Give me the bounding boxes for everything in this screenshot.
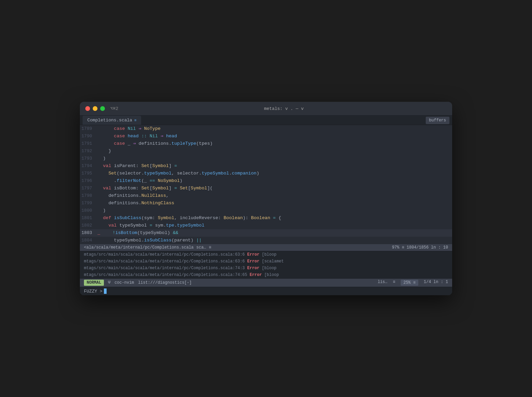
file-stats: 97% ≡ 1804/1856 ln : 10 — [392, 245, 448, 250]
code-line-1789: 1789 case Nil ⇒ NoType — [80, 125, 452, 133]
list-path: list:///diagnostics[-] — [138, 280, 192, 285]
code-line-1802: 1802 val typeSymbol = sym.tpe.typeSymbol — [80, 222, 452, 229]
code-line-1798: 1798 definitions.NullClass, — [80, 192, 452, 200]
plugin-name: coc-nvim — [114, 280, 134, 285]
fuzzy-cursor[interactable] — [104, 288, 107, 294]
code-line-1791: 1791 case _ ⇒ definitions.tupleType(tpes… — [80, 140, 452, 147]
diagnostics-panel: mtags/src/main/scala/scala/meta/internal… — [80, 251, 452, 278]
psi-icon: Ψ — [108, 280, 110, 285]
statusbar-file-icon: ≡ — [209, 245, 211, 250]
statusbar-bottom: NORMAL Ψ coc-nvim list:///diagnostics[-]… — [80, 278, 452, 287]
minimize-button[interactable] — [93, 106, 97, 111]
code-line-1796: 1796 .filterNot(_ == NoSymbol) — [80, 177, 452, 185]
percent-badge: 25% ≡ — [401, 280, 418, 286]
maximize-button[interactable] — [100, 106, 105, 111]
titlebar: ⌥⌘2 metals: v . — v — [80, 102, 452, 116]
diag-line-4: mtags/src/main/scala/scala/meta/internal… — [80, 272, 452, 278]
code-view: 1789 case Nil ⇒ NoType 1790 case head ::… — [80, 125, 452, 244]
editor-area: Completions.scala ≡ buffers 1789 case Ni… — [80, 116, 452, 295]
diag-path-1: mtags/src/main/scala/scala/meta/internal… — [84, 252, 247, 257]
diag-error-4: Error — [250, 273, 262, 277]
mode-badge: NORMAL — [84, 280, 104, 286]
diag-path-2: mtags/src/main/scala/scala/meta/internal… — [84, 259, 247, 264]
code-line-1793: 1793 ) — [80, 155, 452, 162]
code-line-1803: 1803 _ !isBottom(typeSymbol) && — [80, 229, 452, 237]
diag-error-1: Error — [247, 252, 259, 257]
code-line-1797: 1797 val isBottom: Set[Symbol] = Set[Sym… — [80, 185, 452, 192]
statusbar-file: <ala/scala/meta/internal/pc/Completions.… — [80, 244, 452, 251]
lis-label: lis… — [378, 280, 387, 286]
diag-path-4: mtags/src/main/scala/scala/meta/internal… — [84, 273, 250, 277]
code-line-1804: 1804 typeSymbol.isSubClass(parent) || — [80, 237, 452, 244]
fuzzy-bar: FUZZY > — [80, 287, 452, 295]
tab-icon: ≡ — [134, 118, 137, 122]
tab-bar: Completions.scala ≡ buffers — [80, 116, 452, 125]
diag-line-3: mtags/src/main/scala/scala/meta/internal… — [80, 265, 452, 272]
code-lines: 1789 case Nil ⇒ NoType 1790 case head ::… — [80, 125, 452, 244]
shortcut-label: ⌥⌘2 — [110, 106, 118, 111]
code-line-1794: 1794 val isParent: Set[Symbol] = — [80, 162, 452, 170]
file-path: <ala/scala/meta/internal/pc/Completions.… — [84, 245, 194, 250]
diag-path-3: mtags/src/main/scala/scala/meta/internal… — [84, 266, 247, 271]
diag-line-1: mtags/src/main/scala/scala/meta/internal… — [80, 251, 452, 258]
diag-error-2: Error — [247, 259, 259, 264]
statusbar-icon: ≡ — [393, 280, 395, 286]
tab-filename: Completions.scala — [87, 118, 132, 123]
code-line-1801: 1801 def isSubClass(sym: Symbol, include… — [80, 214, 452, 222]
buffers-button[interactable]: buffers — [426, 117, 449, 124]
statusbar-right: lis… ≡ 25% ≡ 1/4 ln : 1 — [378, 280, 448, 286]
main-window: ⌥⌘2 metals: v . — v Completions.scala ≡ … — [80, 102, 452, 295]
window-title: metals: v . — v — [121, 106, 447, 111]
fuzzy-label: FUZZY > — [84, 289, 103, 294]
position-info: 1/4 ln : 1 — [424, 280, 448, 286]
close-button[interactable] — [85, 106, 90, 111]
diag-line-2: mtags/src/main/scala/scala/meta/internal… — [80, 258, 452, 265]
tab-completions[interactable]: Completions.scala ≡ — [83, 116, 141, 125]
code-line-1800: 1800 ) — [80, 207, 452, 214]
code-line-1795: 1795 Set(selector.typeSymbol, selector.t… — [80, 170, 452, 177]
sca-label: sca… — [196, 245, 206, 250]
code-line-1790: 1790 case head :: Nil ⇒ head — [80, 133, 452, 140]
diag-error-3: Error — [247, 266, 259, 271]
code-line-1792: 1792 } — [80, 147, 452, 155]
code-line-1799: 1799 definitions.NothingClass — [80, 200, 452, 207]
